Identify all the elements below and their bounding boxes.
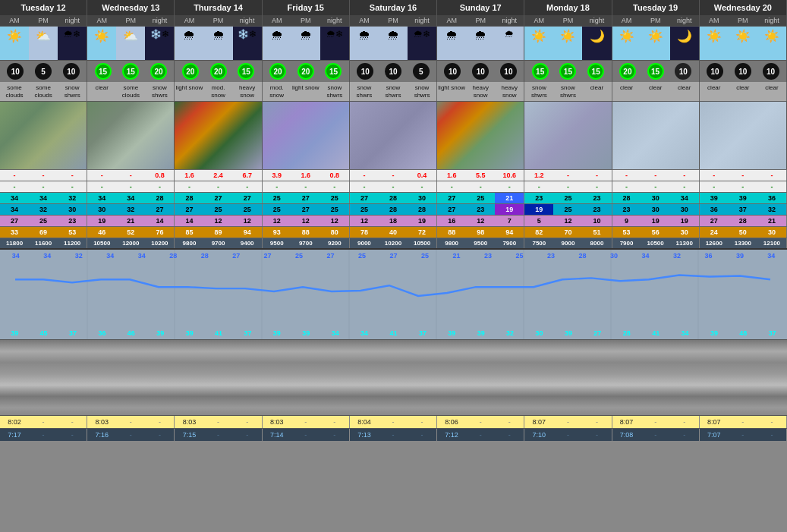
- period-am-8: AM: [700, 15, 729, 26]
- sunrise-day-3: 8:03 - -: [263, 416, 350, 428]
- sunrise-6-0: 8:07: [524, 416, 553, 428]
- temp-6-1: 15: [559, 63, 576, 80]
- el-3-0: 9500: [263, 238, 291, 248]
- day-periods-5: AM PM night: [437, 15, 524, 26]
- pg-0-1: -: [29, 181, 58, 192]
- sunrise-4-1: -: [379, 416, 408, 428]
- precip-green-5: - - -: [437, 181, 524, 192]
- pu-7-1: 19: [641, 216, 670, 226]
- precip-green-7: - - -: [612, 181, 700, 192]
- gnum-top-2: 32: [63, 252, 94, 260]
- temp-2-2: 15: [238, 63, 254, 80]
- sunrise-6-2: -: [582, 416, 611, 428]
- temp-5-2: 10: [500, 63, 517, 80]
- day-header-wed13: Wednesday 13: [87, 0, 175, 15]
- c2-8-1: 37: [729, 204, 757, 215]
- map-3: [263, 102, 350, 169]
- sunset-7-2: -: [670, 429, 699, 441]
- elev-3: 9500 9700 9200: [263, 238, 350, 248]
- pg-6-1: -: [553, 181, 582, 192]
- day-icons-7: ☀️ ☀️ 🌙: [612, 27, 700, 60]
- pr-7-0: -: [612, 170, 641, 181]
- gnum-bot-23: 34: [670, 329, 699, 337]
- c1-6-0: 23: [524, 193, 553, 203]
- gnum-top-10: 27: [315, 252, 346, 260]
- desc-4-0: snow shwrs: [350, 82, 379, 101]
- period-am-3: AM: [263, 15, 291, 26]
- icon-fri15-am: 🌨: [263, 27, 291, 60]
- icon-tue19-night: 🌙: [670, 27, 699, 60]
- or-2-0: 85: [175, 227, 203, 238]
- desc-7-0: clear: [612, 82, 641, 101]
- sunset-day-1: 7:16 - -: [87, 429, 175, 441]
- temp-3-2: 15: [325, 63, 342, 80]
- precip-green-4: - - -: [350, 181, 437, 192]
- el-2-2: 9400: [233, 238, 262, 248]
- el-8-1: 13300: [729, 238, 757, 248]
- or-7-1: 56: [641, 227, 670, 238]
- cyan1-6: 23 25 23: [524, 193, 612, 203]
- sunrise-3-0: 8:03: [263, 416, 291, 428]
- icon-tue19-am: ☀️: [612, 27, 641, 60]
- c1-3-0: 25: [263, 193, 291, 203]
- sunset-5-0: 7:12: [437, 429, 466, 441]
- orange-6: 82 70 51: [524, 227, 612, 238]
- sunset-1-2: -: [145, 429, 174, 441]
- temp-3-1: 20: [297, 63, 314, 80]
- or-5-0: 88: [437, 227, 466, 238]
- c1-2-1: 27: [204, 193, 233, 203]
- pr-2-0: 1.6: [175, 170, 203, 181]
- day-periods-3: AM PM night: [263, 15, 350, 26]
- c1-5-0: 27: [437, 193, 466, 203]
- el-4-0: 9000: [350, 238, 379, 248]
- or-7-0: 53: [612, 227, 641, 238]
- elev-1: 10500 12000 10200: [87, 238, 175, 248]
- day-periods-2: AM PM night: [175, 15, 262, 26]
- period-night-2: night: [233, 15, 262, 26]
- or-4-0: 78: [350, 227, 379, 238]
- precip-red-1: - - 0.8: [87, 170, 175, 181]
- pr-0-0: -: [0, 170, 29, 181]
- precip-red-3: 3.9 1.6 0.8: [263, 170, 350, 181]
- graph-row: 34 34 32 34 34 28 28 27 27 25 27 25 27 2…: [0, 248, 787, 339]
- cyan2-6: 19 25 23: [524, 204, 612, 215]
- desc-0-2: snow shwrs: [58, 82, 87, 101]
- temp-7-0: 20: [619, 63, 636, 80]
- icon-tue19-pm: ☀️: [641, 27, 670, 60]
- gnum-bot-4: 46: [117, 329, 146, 337]
- day-periods-0: AM PM night: [0, 15, 87, 26]
- orange-8: 24 50 30: [700, 227, 787, 238]
- period-am-1: AM: [87, 15, 116, 26]
- el-0-2: 11200: [58, 238, 87, 248]
- gnum-bot-5: 39: [146, 329, 175, 337]
- gnum-top-12: 27: [378, 252, 409, 260]
- gnum-bot-16: 39: [467, 329, 496, 337]
- pg-6-0: -: [524, 181, 553, 192]
- day-header-sat16: Saturday 16: [350, 0, 437, 15]
- pu-4-2: 19: [408, 216, 436, 226]
- gnum-bot-26: 37: [758, 329, 787, 337]
- precip-red-7: - - -: [612, 170, 700, 181]
- day-desc-0: some clouds some clouds snow shwrs: [0, 82, 87, 101]
- el-6-0: 7500: [524, 238, 553, 248]
- sunrise-7-0: 8:07: [612, 416, 641, 428]
- pg-8-2: -: [757, 181, 786, 192]
- gnum-top-0: 34: [0, 252, 31, 260]
- precip-red-2: 1.6 2.4 6.7: [175, 170, 262, 181]
- c2-4-1: 28: [379, 204, 408, 215]
- or-8-1: 50: [729, 227, 757, 238]
- c2-4-2: 28: [408, 204, 436, 215]
- gnum-top-18: 28: [567, 252, 598, 260]
- or-3-1: 88: [291, 227, 320, 238]
- sunset-3-0: 7:14: [263, 429, 291, 441]
- icon-fri15-pm: 🌨: [291, 27, 320, 60]
- day-header-sun17: Sunday 17: [437, 0, 524, 15]
- sunset-day-3: 7:14 - -: [263, 429, 350, 441]
- sunrise-8-1: -: [729, 416, 757, 428]
- temp-1-1: 15: [122, 63, 139, 80]
- c2-2-1: 25: [204, 204, 233, 215]
- map-8: [700, 102, 787, 169]
- desc-2-1: mod. snow: [204, 82, 233, 101]
- gnum-top-19: 30: [598, 252, 629, 260]
- precip-green-row: - - - - - - - - - - - - - - - - - -: [0, 181, 787, 192]
